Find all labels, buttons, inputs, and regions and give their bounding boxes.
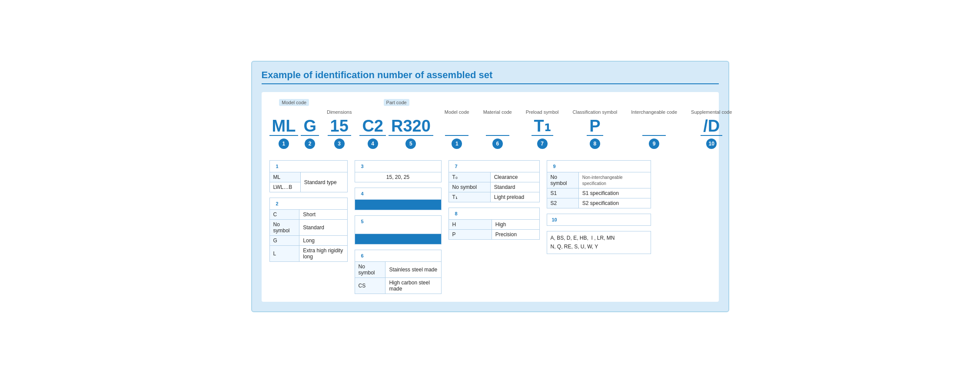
circle-sm-1: 1 [273,162,281,170]
code-block-p: P 8 [587,117,603,149]
ls-short: Short [299,210,347,220]
length-slide-row-c: C Short [269,210,347,220]
material-header: 6 Material type [355,250,441,262]
code-block-g: G 2 [301,108,319,149]
inter-s2: S2 [547,198,578,208]
size-table: 3 Size 15, 20, 25 [355,160,442,182]
circle-sm-5: 5 [359,218,366,225]
num-slide-table: 4 Number of slide unit (2) [355,188,442,210]
col-3: 7 Preload amount T₀ Clearance No symbol … [448,160,540,240]
ls-nosym: No symbol [269,220,299,236]
mat-cs: CS [355,278,385,294]
label-supplemental-code: Supplemental code [688,109,734,116]
ls-c: C [269,210,299,220]
acc-high: High [492,220,539,230]
circle-sm-2: 2 [273,200,281,208]
circle-sm-3: 3 [359,162,366,170]
col-1: 1 Model ML Standard type LWL…B [269,160,348,262]
circle-1b: 1 [452,139,462,149]
code-block-ml: ML 1 [269,108,299,149]
code-block-15: 15 3 [328,117,351,149]
label-preload-symbol: Preload symbol [523,109,561,116]
inter-header: 9 Interchangeable [547,161,651,172]
special-spec-value: A, BS, D, E, HB, I , LR, MN N, Q, RE, S,… [547,231,651,254]
preload-header: 7 Preload amount [448,161,539,172]
circle-9: 9 [649,139,659,149]
material-row-cs: CS High carbon steel made [355,278,441,294]
preload-t0: T₀ [448,172,490,182]
preload-row-t1: T₁ Light preload [448,192,539,202]
track-rail-header: 5 Length of track rail (320 mm) [355,216,441,234]
inter-s1: S1 [547,188,578,198]
circle-7: 7 [537,139,548,149]
inter-nosym: No symbol [547,172,578,188]
ls-extra: Extra high rigidity long [299,246,347,262]
col-2: 3 Size 15, 20, 25 4 Number of slide unit… [355,160,442,294]
code-value-ml: ML [269,117,299,136]
code-value-p: P [587,117,603,136]
label-model-code-1: Model code [279,99,309,106]
inter-row-s1: S1 S1 specification [547,188,651,198]
material-row-ns: No symbol Stainless steel made [355,262,441,278]
length-slide-row-g: G Long [269,236,347,246]
label-classification-symbol: Classification symbol [570,109,620,116]
model-table: 1 Model ML Standard type LWL…B [269,160,348,192]
accuracy-row-p: P Precision [448,230,539,240]
label-interchangeable-code: Interchangeable code [628,109,680,116]
code-diagram: Model code ML 1 G 2 [269,99,711,151]
circle-sm-6: 6 [359,252,366,260]
code-block-r320: R320 5 [389,108,433,149]
length-slide-table: 2 Length of slide unit C Short No symbol… [269,198,348,262]
special-header: 10 Special specification [547,214,651,226]
accuracy-table: 8 Accuracy class H High P Precision [448,208,540,240]
code-block-slash-d: /D 10 [701,117,722,149]
code-value-c2: C2 [359,117,386,136]
inner-container: Model code ML 1 G 2 [262,92,719,302]
circle-1a: 1 [279,139,289,149]
ls-long: Long [299,236,347,246]
preload-nosym: No symbol [448,182,490,192]
accuracy-header: 8 Accuracy class [448,208,539,220]
code-value-g: G [301,117,319,136]
preload-clearance: Clearance [490,172,539,182]
code-block-blank1: __ 1 [445,117,468,149]
tables-area: 1 Model ML Standard type LWL…B [269,160,711,294]
preload-light: Light preload [490,192,539,202]
col-4: 9 Interchangeable No symbol Non-intercha… [547,160,651,254]
circle-2: 2 [305,139,315,149]
circle-sm-7: 7 [452,162,460,170]
model-ml: ML [269,172,300,182]
label-dimensions: Dimensions [324,109,354,116]
material-table: 6 Material type No symbol Stainless stee… [355,250,442,294]
track-rail-empty [355,234,441,244]
size-row: 15, 20, 25 [355,172,441,182]
preload-table: 7 Preload amount T₀ Clearance No symbol … [448,160,540,202]
preload-row-ns: No symbol Standard [448,182,539,192]
acc-precision: Precision [492,230,539,240]
model-row-ml: ML Standard type [269,172,347,182]
length-slide-header: 2 Length of slide unit [269,198,347,210]
code-value-15: 15 [328,117,351,136]
circle-10: 10 [706,139,717,149]
code-value-blank1: __ [445,117,468,136]
preload-standard: Standard [490,182,539,192]
inter-noninter: Non-interchangeable specification [578,172,651,188]
code-block-c2: C2 4 [359,108,386,149]
label-model-code-2: Model code [442,109,472,116]
code-block-blank3: __ 9 [642,117,666,149]
code-value-blank2: __ [486,117,509,136]
model-standard-type: Standard type [300,172,347,192]
track-rail-table: 5 Length of track rail (320 mm) [355,215,442,244]
ls-standard: Standard [299,220,347,236]
inter-s1-spec: S1 specification [578,188,651,198]
size-table-header: 3 Size [355,161,441,172]
preload-row-t0: T₀ Clearance [448,172,539,182]
code-value-r320: R320 [389,117,433,136]
special-table: 10 Special specification [547,214,651,226]
outer-container: Example of identification number of asse… [251,61,729,313]
circle-sm-10: 10 [551,216,558,224]
circle-8: 8 [590,139,600,149]
acc-p: P [448,230,492,240]
circle-4: 4 [368,139,378,149]
acc-h: H [448,220,492,230]
